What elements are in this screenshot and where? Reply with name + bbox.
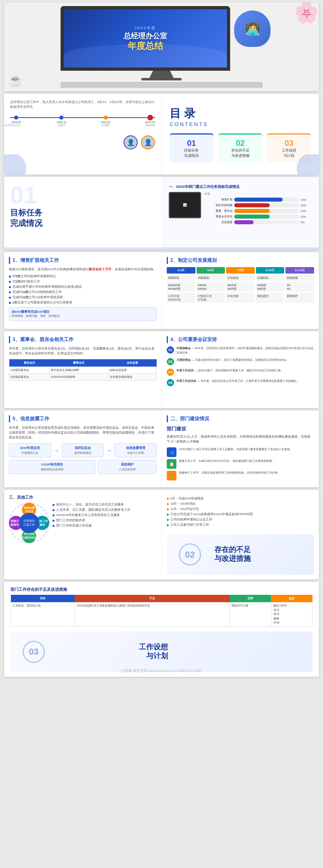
dept-items: 👥 XXXXX部门一线工作充分保障工作人员服务，为提高部门服务质量奠定了坚实的人… — [167, 447, 314, 480]
bullet-dot-4 — [9, 291, 11, 293]
info-arrow-2: → — [106, 443, 112, 457]
meeting-item-3: 03 年度工作总结 — 总结XX部门，组织回顾全年重要工作，确定XXX完成工作目… — [167, 369, 314, 376]
plan-cell-3-5: 更新维护 — [285, 293, 314, 303]
bullet-5: 完成约12次公司2次机构中审批流程 — [9, 295, 157, 299]
monitor-wrapper: 👩‍💻 20XX年度 总经理办公室 年度总结 — [20, 6, 303, 87]
bullet-dot-2 — [9, 281, 11, 283]
task3-content: 本年度，总经理办公室共承办股东会2次，召开报告会2次，完成董事会2次，股东会2次… — [9, 346, 157, 356]
bullet-6: 2天完成了公司股权变更的公示与工商更变 — [9, 301, 157, 305]
monitor-unit: 20XX年度 总经理办公室 年度总结 — [61, 6, 262, 88]
def-th-3: 优势 — [230, 595, 271, 603]
bullet-dot-3 — [9, 286, 11, 288]
monitor-base — [141, 78, 182, 80]
section03-title: 工作设想 与计划 — [139, 643, 168, 660]
monthly-items: 5月：完成XXX应做报告 10月：XXX向同比 12月：XXX开会讨论 已在公司… — [167, 495, 314, 530]
deco-circle-02: 02 — [179, 544, 201, 566]
plan-cell-2-4: AA内容AA内容 — [256, 282, 285, 292]
deficiency-section: 部门工作存在的不足及改进措施 劳务 不足 优势 改进 人才队伍、晋升的人员 行行… — [4, 582, 319, 677]
def-row-1: 人才队伍、晋升的人员 行行业业进行员工业务发展的深入及部门专业化的知识不足 强化… — [11, 603, 313, 627]
def-td-1-4: 强化工作中，·学习·学习·服务·行动 — [271, 603, 312, 627]
task5-section: 5、信息披露工作 本年度，总经理办公室负责起草完成年度总结报告，及对需要送给中国… — [4, 411, 162, 487]
plan-cell-3-2: 27组织工作27完成 — [197, 293, 225, 303]
dept-intro: 搭建在职员工3人人才，形成有序的人员补充机制，为管理优化部署搭建良好的梯队建设基… — [167, 434, 314, 444]
other-work-title: 三、其他工作 — [9, 495, 157, 500]
info-box-title-4: CGSP相关报告 — [11, 462, 93, 467]
bar-pct-3: 10% — [300, 210, 312, 213]
monthly-dot-6 — [167, 524, 169, 526]
plan-cell-2-3: AA内容AA内容 — [226, 282, 255, 292]
bar-row-5: 信息披露 5% — [204, 220, 312, 224]
info-box-title-3: 信息披露管理 — [117, 446, 154, 450]
bullet-4: 完成约10次公司2X机构的相关工作 — [9, 290, 157, 294]
section-num-01: 01 — [10, 183, 155, 207]
bar-label-4: 重要会议安排 — [204, 215, 233, 219]
chart-content: 📊 权重 增资扩股 15% 制定发展战略 — [169, 192, 312, 226]
monthly-2: 10月：XXX向同比 — [167, 502, 314, 506]
meeting-text-3: 年度工作总结 — 总结XX部门，组织回顾全年重要工作，确定XXX完成工作目标汇报… — [176, 369, 283, 373]
dept-item-3: 🔧 搭建每个工作手，才能完成各项管理工作的精准高效，共同完成本年的工作任务。 — [167, 471, 314, 480]
plan-header-3: 7-8月 — [226, 267, 255, 274]
tasks-chart: 一、20XX年部门重点工作任务指标完成情况 📊 权重 增资扩股 15% — [166, 181, 315, 229]
item-text-02: 存在的不足与改进措施 — [221, 148, 260, 158]
bar-track-4 — [234, 215, 299, 219]
contents-item-01: 01 目标任务完成情况 — [170, 133, 214, 162]
plan-cell-3-1: 工作计划XXXX计划 — [167, 293, 195, 303]
dept-item-1: 👥 XXXXX部门一线工作充分保障工作人员服务，为提高部门服务质量奠定了坚实的人… — [167, 447, 314, 457]
td-2-1: 2次报告股东会 — [9, 374, 50, 381]
item-text-01: 目标任务完成情况 — [172, 148, 211, 158]
dept-item-2: 📋 搭建工作人手，XABCDE/XXXXXX月X日，报告建设部门的工作规范和制度… — [167, 459, 314, 469]
info-box-title-2: 深圳证监会 — [64, 446, 102, 450]
monthly-3: 12月：XXX开会讨论 — [167, 507, 314, 511]
bar-track-5 — [234, 220, 299, 224]
other-dot-3 — [52, 514, 55, 516]
other-bullet-3: XXXXXX年的服务工作人员有所有的人员服务 — [52, 513, 157, 517]
contents-title-en: CONTENTS — [170, 121, 311, 127]
tasks-chart-title: 一、20XX年部门重点工作任务指标完成情况 — [169, 184, 312, 190]
circle-center: 信息情况汇报工作 — [19, 513, 39, 533]
bar-track-2 — [234, 203, 299, 207]
task4-section: 4、公司重要会议安排 01 年度战略会 — 本年度，总经理办公室负责每年一次的年… — [162, 331, 319, 408]
node-dot-3 — [104, 116, 108, 120]
section02-teaser: 02 存在的不足 与改进措施 — [167, 534, 314, 575]
bar-label-2: 制定发展战略 — [204, 203, 233, 207]
plan-header-1: 3-4月 — [167, 267, 195, 274]
dept-text-1: XXXXX部门一线工作充分保障工作人员服务，为提高部门服务质量奠定了坚实的人才基… — [179, 447, 293, 452]
node-date-2: 2009.10 — [57, 121, 67, 124]
info-box-desc-1: 年度报告汇总 — [11, 451, 49, 455]
bar-label-5: 信息披露 — [204, 220, 233, 224]
info-box-desc-2: 监管机构报告 — [64, 451, 102, 455]
timeline-visual: 2004.05 XX入职XX公司 2009.10 XX晋升 2016.02 XX… — [10, 116, 155, 150]
meeting-text-1: 年度战略会 — 本年度，总经理办公室负责每年一次的年度战略部署会，协助完成会议报… — [176, 346, 314, 355]
monthly-dot-5 — [167, 519, 169, 521]
deco-circle-03: 03 — [23, 640, 45, 663]
info-box-title-1: 2015年度总结 — [11, 446, 49, 450]
info-box-2: 深圳证监会 监管机构报告 — [62, 443, 104, 457]
bullet-dot-1 — [9, 276, 11, 278]
task1-bullets: 约5次公司向机构申请股权转让 约2次进行核实工作 完成合规手册公司向机构申请股权… — [9, 274, 157, 305]
circle-diagram: 信息情况汇报工作 业务合规与关注 对外宣传与报告对比 招商引资政策对比 党务工作… — [9, 503, 49, 543]
info-box-desc-3: 信息中心存档 — [117, 451, 154, 455]
plan-cell-2-1: AAAA内容AAAA内容 — [167, 282, 195, 292]
task4-title: 4、公司重要会议安排 — [167, 336, 314, 343]
td-2-2: XXXXXXX内容材料 — [50, 374, 109, 381]
info-box-4: CGSP相关报告 披露系统信息管理 — [9, 460, 95, 474]
dept-text-3: 搭建每个工作手，才能完成各项管理工作的精准高效，共同完成本年的工作任务。 — [179, 471, 281, 475]
slide-other-work: 三、其他工作 信息情况汇报工作 业务合规与关注 对外宣传与报告对比 招商引资政策… — [4, 490, 319, 579]
plan-cell-3-4: 报告提交 — [256, 293, 285, 303]
td-1-3: 如时会议监督 — [108, 367, 156, 374]
node-label-3: XX调任 — [101, 124, 111, 127]
def-th-1: 劳务 — [11, 595, 75, 603]
monthly-dot-4 — [167, 514, 169, 516]
info-box-title-5: 系统维护 — [100, 462, 154, 467]
cover-title-main: 总经理办公室 年度总结 — [124, 32, 167, 51]
task1-title: 1、增资扩股相关工作 — [9, 257, 157, 264]
meeting-badge-3: 03 — [167, 369, 174, 376]
th-3: 会务监督 — [108, 359, 156, 367]
monitor-stand — [149, 71, 174, 78]
plan-cell-1-2: 内部规划 — [197, 275, 225, 281]
plan-cell-2-2: AAAAAAAAAA — [197, 282, 225, 292]
node-label-1: XX入职XX公司 — [4, 124, 22, 127]
plan-header-4: 9-10月 — [256, 267, 285, 274]
meeting-text-2: 月度经营会 — 月度业务经营XX部门，按月汇报重要经营情况，定期组织召开经营分析… — [176, 358, 289, 362]
dept-icon-2: 📋 — [167, 459, 176, 469]
